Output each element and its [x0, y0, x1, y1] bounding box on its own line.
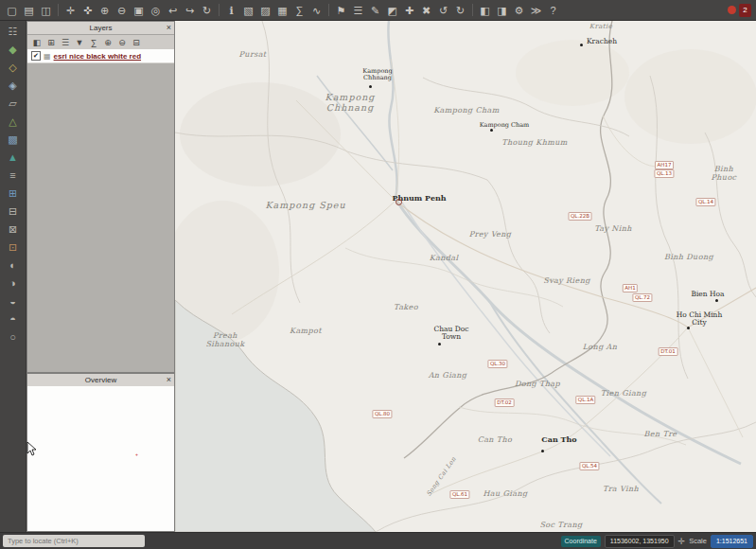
add-wfs-layer-icon[interactable]: ◒ [5, 293, 22, 310]
road-shield-label: QL.14 [695, 198, 715, 206]
remove-layer-icon[interactable]: ⊟ [131, 38, 142, 47]
map-region-label: Binh Duong [664, 253, 713, 261]
add-group-icon[interactable]: ⊞ [45, 38, 57, 47]
map-region-label: Preah Sihanouk [205, 331, 244, 348]
road-shield-label: QL.54 [579, 462, 599, 470]
road-shield-label: DT.02 [495, 398, 515, 407]
layer-visibility-checkbox[interactable] [31, 51, 41, 61]
layer-styling-panel-icon[interactable]: ◧ [31, 38, 43, 47]
overview-map[interactable] [27, 386, 174, 531]
pan-map-icon[interactable]: ✛ [63, 2, 78, 19]
extent-icon[interactable]: ✛ [678, 537, 686, 546]
close-icon[interactable]: × [167, 374, 171, 386]
expand-all-icon[interactable]: ⊕ [102, 38, 114, 47]
add-wms-layer-icon[interactable]: ◐ [5, 257, 22, 274]
data-source-manager-icon[interactable]: ☷ [5, 24, 22, 40]
layers-panel-toolbar: ◧⊞☰▼∑⊕⊖⊟ [27, 35, 174, 50]
attribute-table-icon[interactable]: ▦ [275, 2, 290, 19]
map-region-label: Kampong Cham [433, 106, 500, 115]
road-shield-label: QL.61 [449, 490, 469, 499]
messages-badge[interactable]: 2 [739, 4, 751, 17]
new-memory-layer-icon[interactable]: ▱ [5, 96, 22, 112]
layer-name[interactable]: esri nice black white red [54, 52, 141, 61]
separator[interactable] [219, 4, 220, 16]
add-wcs-layer-icon[interactable]: ◑ [5, 275, 22, 292]
identify-features-icon[interactable]: ℹ [224, 2, 238, 19]
map-town-marker [580, 44, 583, 46]
separator[interactable] [328, 4, 329, 16]
field-calculator-icon[interactable]: ∑ [292, 2, 307, 19]
undo-icon[interactable]: ↺ [436, 2, 450, 19]
manage-map-themes-icon[interactable]: ☰ [60, 38, 71, 47]
new-geopackage-layer-icon[interactable]: ◆ [5, 42, 22, 58]
overview-panel-header[interactable]: Overview × [27, 374, 174, 387]
deselect-features-icon[interactable]: ▨ [258, 2, 273, 19]
map-region-label: Prey Veng [469, 230, 512, 239]
map-region-label: Takeo [394, 303, 418, 311]
map-region-label: Can Tho [478, 435, 513, 444]
project-open-icon[interactable]: ▤ [22, 2, 36, 19]
road-shield-label: AH1 [623, 284, 638, 292]
add-raster-layer-icon[interactable]: ▩ [5, 132, 22, 148]
locator-input[interactable] [3, 535, 145, 547]
new-spatialite-layer-icon[interactable]: ◈ [5, 78, 22, 94]
zoom-next-icon[interactable]: ↪ [183, 2, 197, 19]
notifications-icon[interactable] [728, 6, 736, 14]
map-region-label: An Giang [429, 371, 467, 380]
save-edits-icon[interactable]: ◩ [385, 2, 399, 19]
coordinate-value[interactable]: 11536002, 1351950 [605, 535, 675, 548]
separator[interactable] [472, 4, 473, 16]
close-icon[interactable]: × [167, 22, 171, 34]
layer-item[interactable]: ▦ esri nice black white red [27, 49, 174, 63]
measure-line-icon[interactable]: ∿ [309, 2, 324, 19]
road-shield-label: QL.22B [569, 212, 592, 221]
delete-selected-icon[interactable]: ✖ [419, 2, 433, 19]
map-canvas[interactable]: KratiePursatKampong ChhnangKampong ChamT… [175, 21, 756, 532]
filter-expression-icon[interactable]: ∑ [88, 38, 99, 47]
road-shield-label: DT.01 [659, 347, 678, 356]
map-region-label: Dong Thap [515, 380, 560, 388]
python-console-icon[interactable]: ≫ [529, 2, 543, 19]
collapse-all-icon[interactable]: ⊖ [116, 38, 128, 47]
map-region-label: Tra Vinh [603, 485, 639, 493]
add-feature-icon[interactable]: ✚ [402, 2, 416, 19]
add-mesh-layer-icon[interactable]: ▲ [5, 150, 22, 166]
redo-icon[interactable]: ↻ [453, 2, 467, 19]
layers-panel-header[interactable]: Layers × [27, 22, 174, 35]
add-spatialite-layer-icon[interactable]: ⊟ [5, 204, 22, 220]
layer-type-icon: ▦ [44, 52, 51, 61]
help-icon[interactable]: ? [546, 2, 560, 19]
map-town-label: Kampong Cham [480, 122, 530, 129]
map-region-label: Kandal [430, 254, 459, 262]
zoom-last-icon[interactable]: ↩ [166, 2, 180, 19]
pan-to-selection-icon[interactable]: ✜ [80, 2, 95, 19]
add-mssql-layer-icon[interactable]: ⊠ [5, 221, 22, 238]
style-manager-icon[interactable]: ◧ [478, 2, 492, 19]
zoom-in-icon[interactable]: ⊕ [97, 2, 112, 19]
new-shapefile-layer-icon[interactable]: ◇ [5, 60, 22, 76]
show-bookmarks-icon[interactable]: ☰ [351, 2, 365, 19]
project-new-icon[interactable]: ▢ [5, 2, 19, 19]
layer-styling-icon[interactable]: ◨ [495, 2, 509, 19]
mouse-cursor [26, 441, 37, 456]
project-save-icon[interactable]: ◫ [39, 2, 53, 19]
add-oracle-layer-icon[interactable]: ⊡ [5, 239, 22, 256]
add-virtual-layer-icon[interactable]: ○ [5, 329, 22, 345]
add-delimited-text-icon[interactable]: ≡ [5, 168, 22, 184]
map-town-label: Kracheh [587, 38, 617, 45]
scale-value[interactable]: 1:1512651 [711, 535, 753, 548]
select-features-icon[interactable]: ▧ [241, 2, 255, 19]
separator[interactable] [58, 4, 59, 16]
zoom-full-icon[interactable]: ▣ [132, 2, 146, 19]
add-arcgis-layer-icon[interactable]: ◓ [5, 311, 22, 328]
add-postgis-layer-icon[interactable]: ⊞ [5, 186, 22, 202]
zoom-to-selection-icon[interactable]: ◎ [149, 2, 163, 19]
toggle-editing-icon[interactable]: ✎ [368, 2, 382, 19]
qgis-window: ▢▤◫✛✜⊕⊖▣◎↩↪↻ℹ▧▨▦∑∿⚑☰✎◩✚✖↺↻◧◨⚙≫? 2 ☷◆◇◈▱△… [0, 0, 756, 549]
add-vector-layer-icon[interactable]: △ [5, 114, 22, 130]
zoom-out-icon[interactable]: ⊖ [114, 2, 129, 19]
new-bookmark-icon[interactable]: ⚑ [334, 2, 348, 19]
filter-legend-icon[interactable]: ▼ [74, 38, 85, 47]
refresh-map-icon[interactable]: ↻ [200, 2, 214, 19]
processing-toolbox-icon[interactable]: ⚙ [512, 2, 526, 19]
